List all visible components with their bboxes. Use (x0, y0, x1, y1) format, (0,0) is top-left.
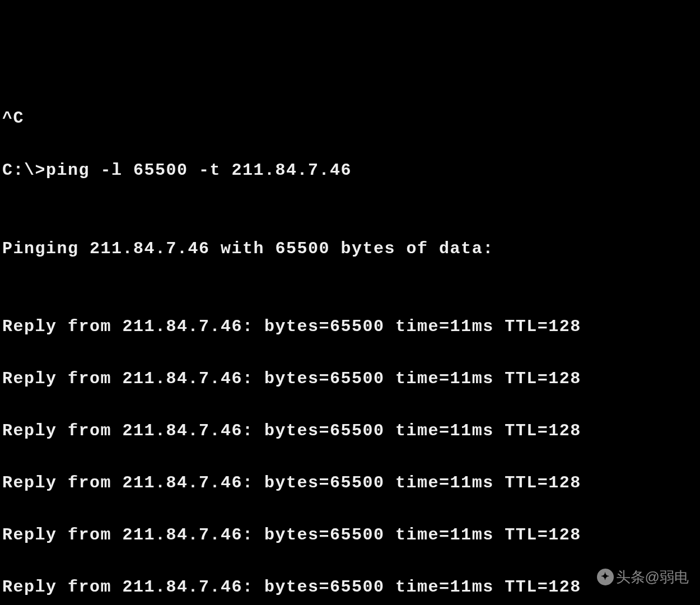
wechat-icon: ✦ (597, 569, 614, 585)
ping-reply-line: Reply from 211.84.7.46: bytes=65500 time… (2, 574, 698, 601)
watermark: ✦ 头条@弱电 (597, 566, 689, 588)
watermark-text: 头条@弱电 (616, 566, 689, 588)
ping-reply-line: Reply from 211.84.7.46: bytes=65500 time… (2, 522, 698, 548)
pinging-header: Pinging 211.84.7.46 with 65500 bytes of … (2, 236, 698, 262)
ping-reply-line: Reply from 211.84.7.46: bytes=65500 time… (2, 418, 698, 444)
ping-reply-line: Reply from 211.84.7.46: bytes=65500 time… (2, 470, 698, 496)
ping-reply-line: Reply from 211.84.7.46: bytes=65500 time… (2, 314, 698, 340)
interrupt-signal: ^C (2, 105, 698, 132)
command-prompt-line: C:\>ping -l 65500 -t 211.84.7.46 (2, 157, 698, 184)
ping-reply-line: Reply from 211.84.7.46: bytes=65500 time… (2, 366, 698, 392)
